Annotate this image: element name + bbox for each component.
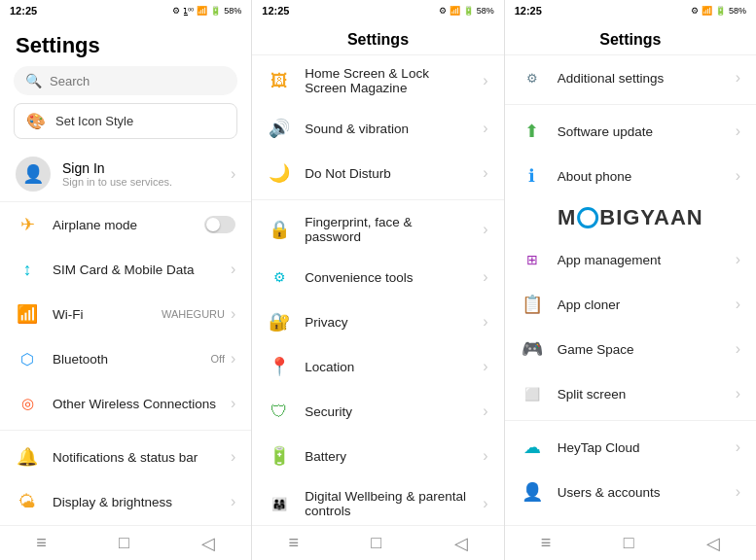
right-settings-list: ⚙ Additional settings › ⬆ Software updat…: [505, 55, 756, 525]
bottom-nav-left: ≡ □ ◁: [0, 525, 251, 560]
appcloner-chevron: ›: [736, 296, 740, 313]
list-item[interactable]: 🔋 Battery ›: [252, 434, 503, 478]
list-item[interactable]: ⚙ Convenience tools ›: [252, 255, 503, 299]
appmanage-icon: ⊞: [521, 248, 544, 271]
notifications-chevron: ›: [231, 448, 235, 466]
wellbeing-icon: 👨‍👩‍👧: [268, 492, 291, 515]
about-label: About phone: [558, 169, 722, 184]
list-item[interactable]: 🔒 Fingerprint, face & password ›: [252, 204, 503, 255]
location-label: Location: [305, 360, 469, 374]
list-item[interactable]: ⚙ Additional settings ›: [505, 55, 756, 100]
location-chevron: ›: [483, 358, 487, 375]
list-item[interactable]: G Google ›: [505, 514, 756, 525]
list-item[interactable]: 🖼 Home Screen & Lock Screen Magazine ›: [252, 55, 503, 106]
divider: [505, 104, 756, 105]
fingerprint-icon: 🔒: [268, 218, 291, 241]
wireless-icon: ◎: [16, 392, 39, 415]
back-button-r[interactable]: ◁: [687, 527, 739, 560]
list-item[interactable]: 🔊 Sound & vibration ›: [252, 106, 503, 151]
status-bar-left: 12:25 ⚙ 1̲⁰⁰ 📶 🔋 58%: [0, 0, 251, 21]
convenience-label: Convenience tools: [305, 270, 469, 285]
wifi-icon: 📶: [16, 302, 39, 326]
display-label: Display & brightness: [53, 495, 217, 509]
heytap-label: HeyTap Cloud: [558, 440, 722, 455]
status-bar-right: 12:25 ⚙ 📶 🔋 58%: [505, 0, 756, 21]
list-item[interactable]: ✈ Airplane mode: [0, 202, 251, 247]
list-item[interactable]: 🛡 Security ›: [252, 389, 503, 434]
list-item[interactable]: 📋 App cloner ›: [505, 282, 756, 327]
watermark-area: MBIGYAAN: [505, 198, 756, 237]
sign-in-name: Sign In: [62, 160, 172, 176]
list-item[interactable]: ◎ Other Wireless Connections ›: [0, 381, 251, 426]
list-item[interactable]: ☁ HeyTap Cloud ›: [505, 425, 756, 470]
dnd-icon: 🌙: [268, 161, 291, 185]
menu-button[interactable]: ≡: [17, 527, 66, 559]
appmanage-label: App management: [558, 253, 722, 267]
icon-style-label: Set Icon Style: [55, 114, 133, 128]
list-item[interactable]: 👤 Users & accounts ›: [505, 470, 756, 514]
about-icon: ℹ: [521, 164, 544, 188]
status-time-middle: 12:25: [262, 5, 289, 17]
bluetooth-chevron: ›: [231, 350, 235, 368]
list-item[interactable]: 🌤 Display & brightness ›: [0, 479, 251, 524]
update-icon: ⬆: [521, 120, 544, 143]
additional-icon: ⚙: [521, 66, 544, 89]
bluetooth-value: Off: [211, 353, 225, 365]
list-item[interactable]: ⬜ Split screen ›: [505, 371, 756, 416]
back-button[interactable]: ◁: [182, 527, 234, 560]
list-item[interactable]: 🔔 Notifications & status bar ›: [0, 435, 251, 479]
divider: [0, 430, 251, 431]
additional-chevron: ›: [736, 69, 740, 87]
security-label: Security: [305, 404, 469, 419]
notifications-label: Notifications & status bar: [53, 450, 217, 465]
sim-chevron: ›: [231, 261, 235, 278]
heytap-chevron: ›: [736, 438, 740, 456]
middle-settings-list: 🖼 Home Screen & Lock Screen Magazine › 🔊…: [252, 55, 503, 525]
update-label: Software update: [558, 124, 722, 139]
list-item[interactable]: ℹ About phone ›: [505, 154, 756, 198]
wifi-value: WAHEGURU: [162, 308, 225, 320]
menu-button-m[interactable]: ≡: [269, 527, 318, 559]
battery-chevron: ›: [483, 447, 487, 465]
list-item[interactable]: ⊞ App management ›: [505, 237, 756, 282]
status-bar-middle: 12:25 ⚙ 📶 🔋 58%: [252, 0, 503, 21]
gamespace-label: Game Space: [558, 342, 722, 357]
battery-label: Battery: [305, 449, 469, 464]
homescreen-label: Home Screen & Lock Screen Magazine: [305, 66, 469, 95]
sound-chevron: ›: [483, 120, 487, 137]
list-item[interactable]: 🌙 Do Not Disturb ›: [252, 151, 503, 195]
list-item[interactable]: 📍 Location ›: [252, 344, 503, 389]
list-item[interactable]: 👨‍👩‍👧 Digital Wellbeing & parental contr…: [252, 478, 503, 525]
splitscreen-label: Split screen: [558, 387, 722, 402]
sign-in-row[interactable]: 👤 Sign In Sign in to use services. ›: [0, 147, 251, 202]
search-input[interactable]: [50, 74, 226, 88]
airplane-toggle[interactable]: [204, 216, 235, 233]
bottom-nav-right: ≡ □ ◁: [505, 525, 756, 560]
list-item[interactable]: ↕ SIM Card & Mobile Data ›: [0, 247, 251, 292]
convenience-chevron: ›: [483, 268, 487, 286]
avatar: 👤: [16, 157, 51, 192]
list-item[interactable]: 🔐 Privacy ›: [252, 299, 503, 344]
menu-button-r[interactable]: ≡: [522, 527, 571, 559]
wireless-label: Other Wireless Connections: [53, 397, 217, 411]
list-item[interactable]: ⬡ Bluetooth Off ›: [0, 336, 251, 381]
home-button-r[interactable]: □: [604, 527, 654, 559]
about-chevron: ›: [736, 167, 740, 185]
appcloner-label: App cloner: [558, 298, 722, 312]
list-item[interactable]: ⬆ Software update ›: [505, 109, 756, 154]
home-button-m[interactable]: □: [351, 527, 401, 559]
home-button[interactable]: □: [99, 527, 149, 559]
homescreen-icon: 🖼: [268, 69, 291, 92]
back-button-m[interactable]: ◁: [435, 527, 487, 560]
wellbeing-label: Digital Wellbeing & parental controls: [305, 489, 469, 518]
fingerprint-label: Fingerprint, face & password: [305, 215, 469, 244]
left-panel: 12:25 ⚙ 1̲⁰⁰ 📶 🔋 58% Settings 🔍 🎨 Set Ic…: [0, 0, 252, 560]
search-bar[interactable]: 🔍: [14, 66, 237, 95]
dnd-chevron: ›: [483, 164, 487, 182]
list-item[interactable]: 🎮 Game Space ›: [505, 327, 756, 371]
sign-in-chevron: ›: [231, 165, 235, 183]
icon-style-button[interactable]: 🎨 Set Icon Style: [14, 103, 237, 139]
list-item[interactable]: 📶 Wi-Fi WAHEGURU ›: [0, 292, 251, 336]
search-icon: 🔍: [25, 73, 42, 88]
display-chevron: ›: [231, 493, 235, 510]
